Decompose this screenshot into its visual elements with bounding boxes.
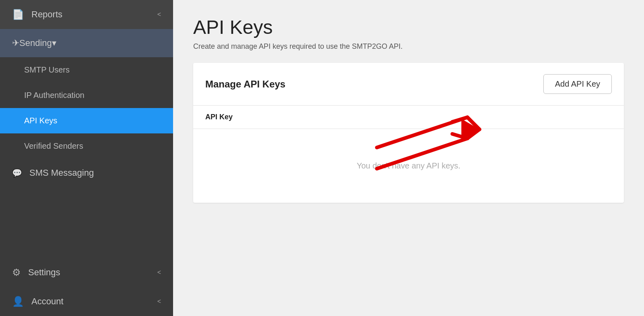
settings-label: Settings [28,267,157,278]
ip-auth-label: IP Authentication [24,91,85,100]
sidebar-bottom: ⚙ Settings < 👤 Account < [0,258,173,316]
sidebar-item-label: Reports [31,9,157,20]
reports-chevron: < [157,11,161,18]
add-api-key-button[interactable]: Add API Key [543,74,612,94]
smtp-users-label: SMTP Users [24,65,70,75]
sidebar-item-account[interactable]: 👤 Account < [0,287,173,316]
sidebar-item-smtp-users[interactable]: SMTP Users [0,57,173,83]
api-key-column-header: API Key [205,113,233,121]
sidebar-item-settings[interactable]: ⚙ Settings < [0,258,173,287]
api-keys-label: API Keys [24,116,57,125]
sms-label: SMS Messaging [29,168,161,178]
page-header: API Keys Create and manage API keys requ… [173,0,644,63]
settings-chevron: < [157,269,161,276]
verified-senders-label: Verified Senders [24,141,83,151]
account-chevron: < [157,298,161,305]
sending-icon: ✈ [12,38,19,48]
content-area: Manage API Keys Add API Key API Key You … [173,63,644,316]
sms-icon: 💬 [12,168,22,178]
sidebar-item-sending[interactable]: ✈ Sending ▾ [0,29,173,57]
sidebar-item-sms-messaging[interactable]: 💬 SMS Messaging [0,159,173,187]
settings-icon: ⚙ [12,267,21,278]
card-header: Manage API Keys Add API Key [193,63,624,106]
sidebar-item-api-keys[interactable]: API Keys [0,108,173,133]
page-title: API Keys [193,16,624,38]
api-keys-card: Manage API Keys Add API Key API Key You … [193,63,624,203]
account-icon: 👤 [12,296,24,307]
api-key-table-header: API Key [193,106,624,129]
manage-api-keys-title: Manage API Keys [205,79,285,90]
main-content: API Keys Create and manage API keys requ… [173,0,644,316]
sidebar-item-reports[interactable]: 📄 Reports < [0,0,173,29]
sending-submenu: SMTP Users IP Authentication API Keys Ve… [0,57,173,159]
sidebar: 📄 Reports < ✈ Sending ▾ SMTP Users IP Au… [0,0,173,316]
empty-state: You don't have any API keys. [193,129,624,203]
empty-message: You don't have any API keys. [357,161,460,170]
sidebar-item-ip-authentication[interactable]: IP Authentication [0,83,173,108]
sidebar-sending-label: Sending [19,38,52,48]
reports-icon: 📄 [12,9,24,20]
sending-chevron: ▾ [52,38,56,48]
sidebar-item-verified-senders[interactable]: Verified Senders [0,133,173,159]
account-label: Account [31,296,157,307]
page-subtitle: Create and manage API keys required to u… [193,42,624,51]
